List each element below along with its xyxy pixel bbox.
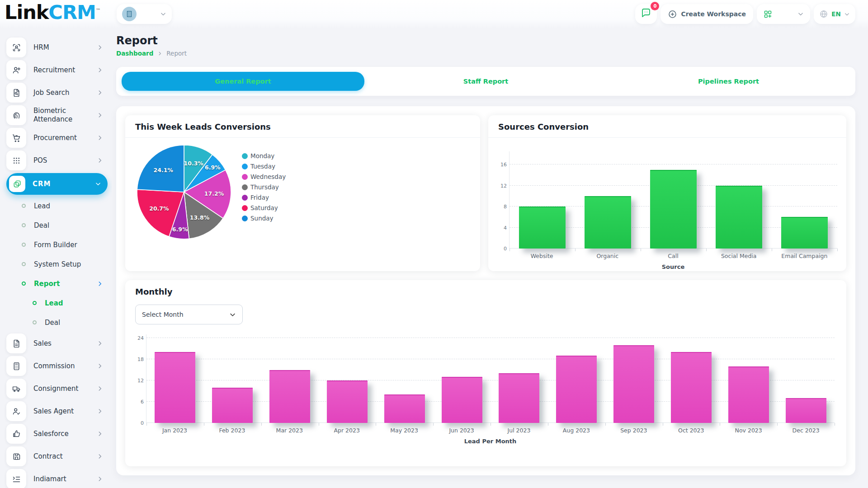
sidebar-subitem-label: Report bbox=[34, 280, 60, 288]
sidebar-item-label: Salesforce bbox=[33, 430, 69, 438]
y-tick-label: 12 bbox=[491, 183, 507, 189]
apps-menu-button[interactable] bbox=[757, 4, 810, 24]
x-axis-tick bbox=[261, 423, 262, 426]
select-month-dropdown[interactable]: Select Month bbox=[135, 305, 243, 324]
sidebar-subitem-form-builder[interactable]: Form Builder bbox=[6, 235, 108, 254]
legend-dot-icon bbox=[242, 174, 248, 180]
file-icon bbox=[6, 333, 26, 353]
x-axis-tick bbox=[777, 423, 778, 426]
pie-slice-value: 13.8% bbox=[190, 214, 210, 221]
pie-slice-value: 10.3% bbox=[184, 160, 204, 167]
breadcrumb-dashboard-link[interactable]: Dashboard bbox=[116, 50, 153, 57]
sidebar-item-job-search[interactable]: Job Search bbox=[6, 81, 108, 104]
bar-call bbox=[650, 170, 697, 249]
legend-item-sunday: Sunday bbox=[242, 215, 286, 222]
legend-label: Thursday bbox=[250, 183, 279, 191]
monthly-x-labels: Jan 2023Feb 2023Mar 2023Apr 2023May 2023… bbox=[146, 427, 835, 434]
legend-item-friday: Friday bbox=[242, 194, 286, 201]
y-tick-label: 8 bbox=[491, 204, 507, 210]
x-axis-tick bbox=[491, 423, 491, 426]
sidebar-item-consignment[interactable]: Consignment bbox=[6, 377, 108, 400]
week-leads-card-title: This Week Leads Conversions bbox=[125, 115, 480, 138]
bar-dec-2023 bbox=[786, 398, 826, 423]
logo-text-crm: CRM bbox=[48, 1, 95, 23]
sidebar-item-salesforce[interactable]: Salesforce bbox=[6, 422, 108, 445]
x-tick-label: Organic bbox=[575, 253, 640, 259]
x-tick-label: Sep 2023 bbox=[605, 427, 662, 434]
y-tick-label: 0 bbox=[491, 246, 507, 252]
monthly-leads-card: Monthly Select Month 06121824 Jan 2023Fe… bbox=[125, 280, 846, 466]
legend-label: Friday bbox=[250, 194, 269, 201]
monthly-card-title: Monthly bbox=[125, 280, 846, 298]
sidebar-item-contract[interactable]: Contract bbox=[6, 445, 108, 468]
sidebar-item-label: CRM bbox=[33, 180, 51, 188]
sidebar-item-commission[interactable]: Commission bbox=[6, 355, 108, 377]
tab-pipelines-report[interactable]: Pipelines Report bbox=[607, 72, 850, 91]
bar-organic bbox=[585, 196, 631, 249]
legend-item-thursday: Thursday bbox=[242, 183, 286, 191]
chevron-right-icon bbox=[97, 431, 103, 437]
x-tick-label: Dec 2023 bbox=[777, 427, 835, 434]
list-indent-icon bbox=[6, 469, 26, 488]
chevron-right-icon bbox=[97, 67, 103, 73]
sidebar-item-pos[interactable]: POS bbox=[6, 149, 108, 172]
sidebar-item-label: Procurement bbox=[33, 134, 77, 142]
bar-apr-2023 bbox=[327, 380, 368, 423]
sidebar-subitem-deal[interactable]: Deal bbox=[6, 216, 108, 235]
logo-trademark: ™ bbox=[96, 8, 100, 14]
thumbs-up-icon bbox=[6, 424, 26, 444]
bullet-circle-icon bbox=[33, 320, 37, 324]
legend-item-wednesday: Wednesday bbox=[242, 173, 286, 180]
sidebar-item-hrm[interactable]: HRM bbox=[6, 36, 108, 59]
legend-dot-icon bbox=[242, 195, 248, 201]
tab-general-report[interactable]: General Report bbox=[122, 72, 364, 91]
pie-svg: 10.3%6.9%17.2%13.8%6.9%20.7%24.1% bbox=[134, 141, 236, 244]
create-workspace-label: Create Workspace bbox=[681, 10, 746, 18]
messages-button[interactable]: 0 bbox=[635, 4, 657, 24]
y-tick-label: 12 bbox=[128, 378, 144, 384]
main-content: Report Dashboard Report General Report S… bbox=[116, 28, 855, 475]
language-selector[interactable]: EN bbox=[814, 4, 855, 24]
sidebar-subitem-lead[interactable]: Lead bbox=[6, 196, 108, 216]
x-axis-tick bbox=[319, 423, 319, 426]
sidebar-subitem-label: System Setup bbox=[34, 260, 81, 268]
sidebar-subitem-system-setup[interactable]: System Setup bbox=[6, 254, 108, 274]
gridline-y-18 bbox=[146, 359, 835, 359]
x-axis-tick bbox=[706, 249, 707, 251]
bar-jul-2023 bbox=[499, 373, 539, 423]
sidebar-item-indiamart[interactable]: Indiamart bbox=[6, 468, 108, 488]
messages-count-badge: 0 bbox=[651, 2, 659, 10]
sidebar-item-sales[interactable]: Sales bbox=[6, 332, 108, 355]
sidebar-subitem-label: Lead bbox=[45, 299, 63, 307]
sidebar-item-sales-agent[interactable]: Sales Agent bbox=[6, 400, 108, 422]
sidebar-subitem-lead[interactable]: Lead bbox=[6, 293, 108, 313]
workspace-selector[interactable] bbox=[117, 4, 172, 24]
y-tick-label: 16 bbox=[491, 162, 507, 168]
bullet-circle-icon bbox=[22, 282, 26, 286]
create-workspace-button[interactable]: Create Workspace bbox=[660, 4, 753, 24]
sources-x-labels: WebsiteOrganicCallSocial MediaEmail Camp… bbox=[509, 253, 837, 259]
gridline-y-24 bbox=[146, 338, 835, 338]
x-axis-tick bbox=[772, 249, 772, 251]
tab-staff-report[interactable]: Staff Report bbox=[364, 72, 607, 91]
crm-cards-icon bbox=[9, 176, 25, 192]
sidebar-subitem-deal[interactable]: Deal bbox=[6, 313, 108, 332]
cart-icon bbox=[6, 128, 26, 148]
save-icon bbox=[6, 446, 26, 466]
sidebar-item-label: Contract bbox=[33, 452, 63, 461]
sidebar-item-procurement[interactable]: Procurement bbox=[6, 127, 108, 149]
x-tick-label: Email Campaign bbox=[772, 253, 837, 259]
x-axis-tick bbox=[835, 423, 835, 426]
legend-item-monday: Monday bbox=[242, 152, 286, 160]
sidebar-item-label: Consignment bbox=[33, 385, 78, 393]
sidebar-item-biometric-attendance[interactable]: Biometric Attendance bbox=[6, 104, 108, 127]
breadcrumb-current: Report bbox=[166, 50, 187, 57]
sidebar-subitem-label: Lead bbox=[34, 202, 50, 210]
sidebar-subitem-report[interactable]: Report bbox=[6, 274, 108, 293]
sidebar-item-recruitment[interactable]: Recruitment bbox=[6, 59, 108, 81]
sidebar-item-label: Sales bbox=[33, 339, 52, 348]
sidebar-item-crm[interactable]: CRM bbox=[6, 173, 108, 195]
sidebar-item-label: Indiamart bbox=[33, 475, 66, 483]
globe-icon bbox=[819, 9, 828, 19]
bar-nov-2023 bbox=[728, 366, 769, 423]
